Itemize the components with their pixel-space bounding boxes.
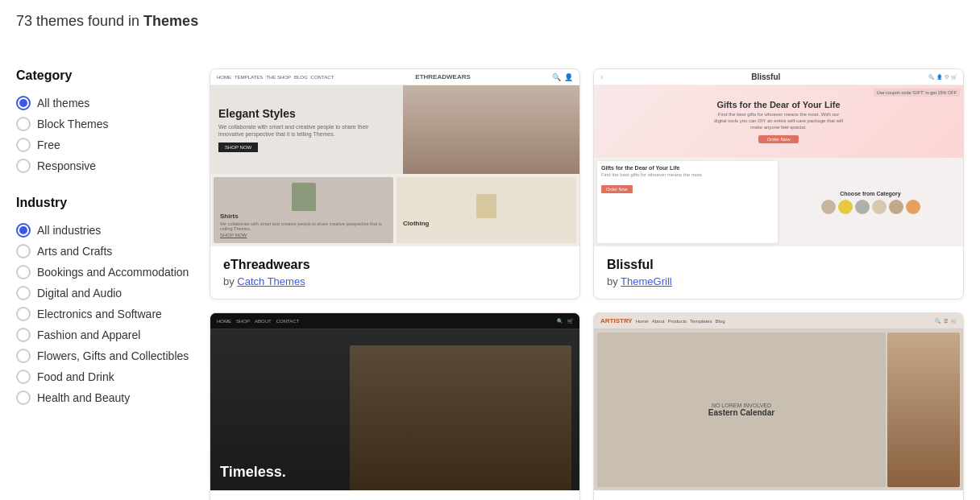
chrono-person-image xyxy=(350,345,571,490)
clothing-label: Clothing xyxy=(400,220,429,227)
category-section: Category All themes Block Themes Free Re… xyxy=(16,68,193,176)
sidebar-item-flowers[interactable]: Flowers, Gifts and Collectibles xyxy=(16,345,193,366)
radio-responsive xyxy=(16,159,31,173)
shirts-label: Shirts xyxy=(217,213,239,220)
theme-card-info-chrono: Chrono by WPZoom xyxy=(210,490,579,500)
theme-author-link[interactable]: ThemeGrill xyxy=(621,275,672,287)
blissful-promo: Use coupon code 'GIFT' to get 15% OFF xyxy=(874,89,960,97)
mockup-nav-links: HOME TEMPLATES THE SHOP BLOG CONTACT xyxy=(217,75,334,80)
artistry-logo: ARTISTRY xyxy=(600,317,633,324)
radio-all-industries xyxy=(16,223,31,238)
sidebar-item-electronics[interactable]: Electronics and Software xyxy=(16,304,193,324)
radio-block-themes xyxy=(16,117,31,131)
category-circle-3 xyxy=(855,200,870,214)
blissful-hero: Use coupon code 'GIFT' to get 15% OFF Gi… xyxy=(594,85,963,158)
blissful-modal-sub: Find the best gifts for whoever means th… xyxy=(601,172,774,177)
theme-preview-chrono: HOME SHOP ABOUT CONTACT 🔍 🛒 Timeless. xyxy=(210,313,579,490)
blissful-category-heading: Choose from Category xyxy=(840,191,900,196)
sidebar-item-label: All industries xyxy=(37,224,101,237)
theme-card-ethreadwears[interactable]: HOME TEMPLATES THE SHOP BLOG CONTACT ETH… xyxy=(210,68,580,300)
sidebar-item-free[interactable]: Free xyxy=(16,134,193,155)
radio-bookings xyxy=(16,265,31,279)
mockup-nav-icons: 🔍👤 xyxy=(552,73,573,81)
product-grid: Shirts We collaborate with smart and cre… xyxy=(210,174,579,246)
sidebar-item-label: Arts and Crafts xyxy=(37,245,112,258)
sidebar-item-digital[interactable]: Digital and Audio xyxy=(16,283,193,304)
sidebar-item-fashion[interactable]: Fashion and Apparel xyxy=(16,324,193,345)
artistry-content-left: NO LOREM INVOLVEDEastern Calendar xyxy=(597,333,886,487)
blissful-nav-icons: 🔍👤♡🛒 xyxy=(928,74,957,80)
category-circle-1 xyxy=(821,200,836,214)
radio-digital xyxy=(16,286,31,300)
hero-sub: We collaborate with smart and creative p… xyxy=(218,123,395,138)
grid-clothing: Clothing xyxy=(397,177,576,243)
radio-flowers xyxy=(16,349,31,363)
hero-button: SHOP NOW xyxy=(218,143,258,152)
sidebar-item-all-themes[interactable]: All themes xyxy=(16,93,193,114)
radio-health xyxy=(16,390,31,405)
themes-main: HOME TEMPLATES THE SHOP BLOG CONTACT ETH… xyxy=(210,68,964,500)
sidebar: Category All themes Block Themes Free Re… xyxy=(16,68,193,500)
blissful-modal-title: Gifts for the Dear of Your Life xyxy=(601,165,774,171)
artistry-subtitle: NO LOREM INVOLVEDEastern Calendar xyxy=(708,403,774,417)
ethreadwears-mockup: HOME TEMPLATES THE SHOP BLOG CONTACT ETH… xyxy=(210,69,579,246)
hero-text: Elegant Styles We collaborate with smart… xyxy=(210,85,403,174)
theme-preview-artistry: ARTISTRY Home About Products Templates B… xyxy=(594,313,963,490)
sidebar-item-label: Health and Beauty xyxy=(37,391,130,404)
theme-card-chrono[interactable]: HOME SHOP ABOUT CONTACT 🔍 🛒 Timeless. xyxy=(210,312,580,500)
artistry-content-right xyxy=(887,333,960,487)
industry-title: Industry xyxy=(16,196,193,210)
sidebar-item-arts-and-crafts[interactable]: Arts and Crafts xyxy=(16,241,193,262)
chrono-hero-text: Timeless. xyxy=(220,465,286,481)
theme-name: Blissful xyxy=(607,258,950,272)
sidebar-item-label: Bookings and Accommodation xyxy=(37,266,189,279)
theme-author-link[interactable]: Catch Themes xyxy=(237,275,305,287)
sidebar-item-label: Responsive xyxy=(37,159,96,172)
chrono-title: Timeless. xyxy=(220,465,286,481)
blissful-modal-section: Gifts for the Dear of Your Life Find the… xyxy=(594,158,963,246)
shirt-icon xyxy=(292,183,316,211)
sidebar-item-label: Electronics and Software xyxy=(37,308,162,320)
artistry-person-image xyxy=(887,333,960,487)
theme-name: eThreadwears xyxy=(223,258,567,272)
theme-card-blissful[interactable]: ≡ Blissful 🔍👤♡🛒 Use coupon code 'GIFT' t… xyxy=(593,68,964,300)
theme-card-info-artistry: Artistry by ThemeIsle xyxy=(594,490,963,500)
category-circle-2 xyxy=(838,200,853,214)
sidebar-item-block-themes[interactable]: Block Themes xyxy=(16,114,193,134)
blissful-hero-title: Gifts for the Dear of Your Life xyxy=(717,100,841,110)
industry-section: Industry All industries Arts and Crafts … xyxy=(16,196,193,408)
artistry-hero: NO LOREM INVOLVEDEastern Calendar xyxy=(594,329,963,490)
sidebar-item-label: Digital and Audio xyxy=(37,287,122,300)
blissful-hero-sub: Find the best gifts for whoever means th… xyxy=(714,112,843,130)
sidebar-item-health[interactable]: Health and Beauty xyxy=(16,387,193,408)
sidebar-item-responsive[interactable]: Responsive xyxy=(16,155,193,176)
sidebar-item-label: Free xyxy=(37,138,60,151)
sidebar-item-all-industries[interactable]: All industries xyxy=(16,220,193,241)
person-image xyxy=(403,85,579,174)
blissful-mockup: ≡ Blissful 🔍👤♡🛒 Use coupon code 'GIFT' t… xyxy=(594,69,963,246)
chrono-mockup: HOME SHOP ABOUT CONTACT 🔍 🛒 Timeless. xyxy=(210,313,579,490)
clothing-icon xyxy=(476,194,496,218)
theme-card-artistry[interactable]: ARTISTRY Home About Products Templates B… xyxy=(593,312,964,500)
category-circle-4 xyxy=(872,200,887,214)
results-count: 73 themes found in Themes xyxy=(16,13,964,30)
hero-title: Elegant Styles xyxy=(218,107,395,120)
artistry-mockup: ARTISTRY Home About Products Templates B… xyxy=(594,313,963,490)
sidebar-item-label: All themes xyxy=(37,97,89,110)
radio-arts xyxy=(16,244,31,258)
chrono-hero: Timeless. xyxy=(210,329,579,490)
sidebar-item-label: Flowers, Gifts and Collectibles xyxy=(37,349,189,362)
radio-all-themes xyxy=(16,96,31,110)
blissful-category-circles xyxy=(821,200,920,214)
blissful-category-section: Choose from Category xyxy=(781,161,960,243)
theme-preview-ethreadwears: HOME TEMPLATES THE SHOP BLOG CONTACT ETH… xyxy=(210,69,579,246)
blissful-logo: Blissful xyxy=(751,72,780,81)
theme-preview-blissful: ≡ Blissful 🔍👤♡🛒 Use coupon code 'GIFT' t… xyxy=(594,69,963,246)
radio-free xyxy=(16,138,31,152)
category-title: Category xyxy=(16,68,193,83)
sidebar-item-food[interactable]: Food and Drink xyxy=(16,366,193,387)
mockup-hero: Elegant Styles We collaborate with smart… xyxy=(210,85,579,174)
hero-image xyxy=(403,85,579,174)
sidebar-item-bookings[interactable]: Bookings and Accommodation xyxy=(16,262,193,283)
theme-card-info-ethreadwears: eThreadwears by Catch Themes xyxy=(210,246,579,299)
